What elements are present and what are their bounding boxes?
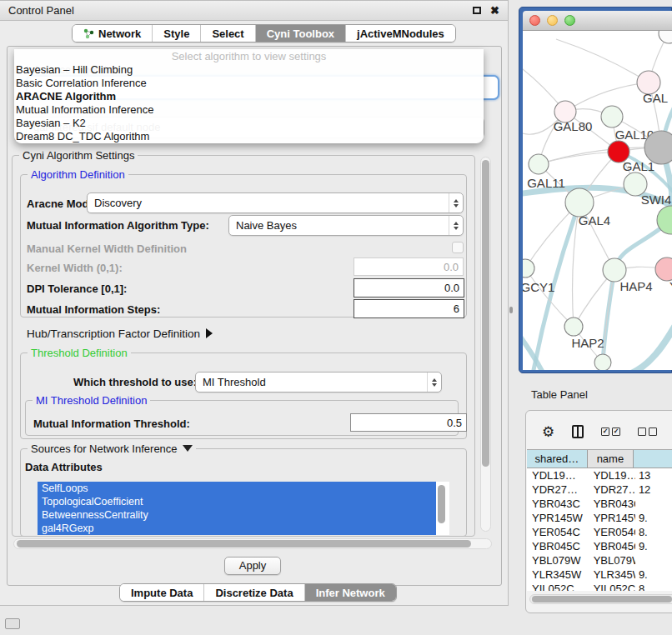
float-window-icon[interactable]	[473, 7, 481, 14]
which-threshold-combo[interactable]: MI Threshold	[195, 372, 442, 392]
table-panel-title: Table Panel	[531, 388, 588, 401]
apply-button[interactable]: Apply	[224, 557, 281, 575]
data-attributes-list[interactable]: SelfLoopsTopologicalCoefficientBetweenne…	[38, 482, 449, 535]
scrollbar-thumb[interactable]	[17, 540, 471, 548]
which-threshold-label: Which threshold to use:	[73, 376, 197, 388]
node-gal11[interactable]	[529, 154, 549, 174]
node-unlabeled[interactable]	[659, 31, 672, 43]
mi-threshold-field[interactable]: 0.5	[350, 413, 467, 432]
tab-network[interactable]: Network	[73, 25, 152, 42]
attribute-item-topologicalcoefficient[interactable]: TopologicalCoefficient	[38, 495, 436, 508]
table-toolbar: ⚙ ✓✓	[526, 418, 672, 446]
algorithm-item-basic-correlation-inference[interactable]: Basic Correlation Inference	[14, 77, 484, 90]
minimize-traffic-light[interactable]	[547, 15, 558, 26]
settings-horizontal-scrollbar[interactable]	[13, 538, 492, 549]
node-label: HAP4	[619, 279, 652, 293]
network-edge[interactable]	[539, 152, 619, 164]
table-row[interactable]: YBR045CYBR045C9.	[527, 539, 672, 553]
algorithm-item-dream8-dc-tdc-algorithm[interactable]: Dream8 DC_TDC Algorithm	[14, 130, 484, 143]
aracne-mode-combo[interactable]: Discovery	[87, 192, 464, 213]
tab-style[interactable]: Style	[152, 25, 200, 42]
table-cell: YDR27…	[527, 483, 589, 496]
columns-icon[interactable]	[572, 425, 584, 438]
table-cell: YLR345W	[589, 568, 635, 581]
hub-section-toggle[interactable]: Hub/Transcription Factor Definition	[27, 328, 213, 340]
node-gal4[interactable]	[565, 188, 594, 217]
attribute-item-gal4rgexp[interactable]: gal4RGexp	[38, 522, 436, 535]
node-label: GAL80	[554, 119, 593, 133]
scrollbar-thumb[interactable]	[482, 160, 489, 467]
combo-arrows-icon	[449, 216, 463, 235]
gear-icon[interactable]: ⚙	[542, 425, 554, 439]
attribute-item-betweennesscentrality[interactable]: BetweennessCentrality	[38, 508, 436, 522]
table-row[interactable]: YPR145WYPR145W9.	[527, 511, 672, 525]
table-cell: YBR045C	[589, 540, 635, 552]
list-scrollbar-thumb[interactable]	[438, 485, 445, 523]
table-cell: YBR045C	[527, 540, 589, 552]
algorithm-item-bayesian-k2[interactable]: Bayesian – K2	[14, 117, 484, 130]
node-gal10[interactable]	[601, 106, 623, 128]
kernel-width-field[interactable]: 0.0	[354, 258, 464, 276]
table-row[interactable]: YBR043CYBR043C	[527, 497, 672, 511]
tab-label: Infer Network	[316, 587, 385, 599]
settings-vertical-scrollbar[interactable]	[480, 157, 491, 532]
tab-discretize-data[interactable]: Discretize Data	[203, 584, 303, 601]
table-cell: YDL19…	[527, 469, 589, 482]
mi-steps-label: Mutual Information Steps:	[27, 303, 160, 316]
node-label: GAL	[643, 91, 668, 105]
panel-splitter-handle[interactable]	[509, 307, 513, 313]
table-row[interactable]: YIL052CYIL052C8	[527, 582, 672, 591]
control-panel-title: Control Panel	[8, 4, 74, 17]
node-y[interactable]	[655, 258, 672, 281]
sources-title[interactable]: Sources for Network Inference	[28, 442, 196, 455]
tab-impute-data[interactable]: Impute Data	[120, 584, 203, 601]
node-hap4[interactable]	[603, 258, 626, 282]
tab-label: Cyni Toolbox	[267, 28, 334, 40]
algorithm-item-mutual-information-inference[interactable]: Mutual Information Inference	[14, 103, 484, 117]
mi-steps-field[interactable]: 6	[354, 299, 464, 318]
table-cell: YER054C	[589, 526, 635, 538]
tab-cyni-toolbox[interactable]: Cyni Toolbox	[255, 25, 345, 42]
table-row[interactable]: YLR345WYLR345W9.	[527, 568, 672, 582]
network-icon	[83, 28, 94, 39]
node-unlabeled[interactable]	[594, 354, 611, 370]
scrollbar-thumb[interactable]	[532, 596, 672, 602]
close-traffic-light[interactable]	[529, 15, 540, 26]
deselect-all-checkboxes-icon[interactable]	[638, 428, 657, 436]
dpi-tolerance-field[interactable]: 0.0	[354, 278, 464, 298]
table-cell: 9.	[635, 568, 672, 581]
algorithm-item-bayesian-hill-climbing[interactable]: Bayesian – Hill Climbing	[14, 63, 484, 77]
table-cell: YER054C	[527, 526, 589, 538]
column-header-name[interactable]: name	[588, 450, 634, 468]
mi-type-combo[interactable]: Naive Bayes	[228, 215, 464, 236]
node-label: GAL11	[527, 176, 565, 190]
table-row[interactable]: YBL079WYBL079W	[527, 553, 672, 568]
network-edge[interactable]	[556, 39, 649, 82]
tab-jactivemnodules[interactable]: jActiveMNodules	[345, 25, 455, 42]
network-window-titlebar[interactable]	[523, 11, 672, 31]
table-horizontal-scrollbar[interactable]	[529, 594, 672, 604]
tab-infer-network[interactable]: Infer Network	[304, 584, 396, 601]
kernel-width-label: Kernel Width (0,1):	[27, 262, 123, 274]
table-row[interactable]: YDL19…YDL19…13	[527, 468, 672, 482]
table-cell: 8	[635, 582, 672, 591]
table-row[interactable]: YDR27…YDR27…12	[527, 482, 672, 497]
node-gcy1[interactable]	[523, 259, 534, 278]
table-row[interactable]: YER054CYER054C8.	[527, 525, 672, 539]
algorithm-hint: Select algorithm to view settings	[14, 49, 484, 63]
column-header-a[interactable]: A	[634, 450, 672, 468]
zoom-traffic-light[interactable]	[564, 15, 575, 26]
network-edge[interactable]	[629, 321, 672, 370]
collapsed-panel-button[interactable]	[5, 618, 20, 629]
table-cell: YBL079W	[589, 554, 635, 567]
node-hap2[interactable]	[564, 318, 583, 336]
algorithm-item-aracne-algorithm[interactable]: ARACNE Algorithm	[14, 90, 484, 103]
manual-kernel-checkbox[interactable]	[452, 242, 464, 253]
select-all-checkboxes-icon[interactable]: ✓✓	[601, 428, 620, 436]
column-header-shared[interactable]: shared…	[527, 450, 588, 468]
close-icon[interactable]: ✖	[490, 7, 499, 15]
attribute-item-selfloops[interactable]: SelfLoops	[38, 482, 436, 495]
network-canvas-area[interactable]: GALGAL80GAL10GAL1GAL11SWI4GAL4GCY1HAP4YH…	[523, 31, 672, 370]
sources-title-text: Sources for Network Inference	[31, 442, 178, 455]
tab-select[interactable]: Select	[200, 25, 254, 42]
